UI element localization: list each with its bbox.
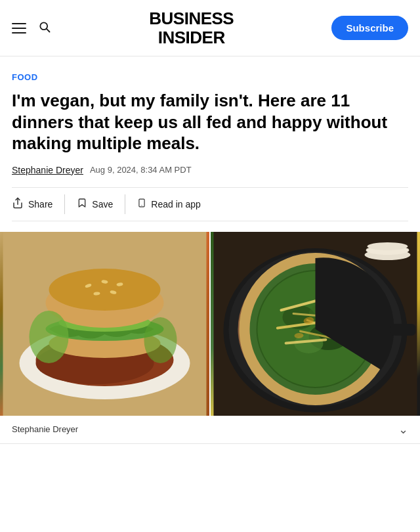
share-button[interactable]: Share xyxy=(12,194,64,214)
phone-icon xyxy=(137,197,146,211)
chevron-down-icon[interactable]: ⌄ xyxy=(398,422,408,437)
hamburger-menu-icon[interactable] xyxy=(12,23,26,33)
svg-rect-42 xyxy=(391,324,416,336)
article-headline: I'm vegan, but my family isn't. Here are… xyxy=(12,90,408,154)
save-label: Save xyxy=(92,199,113,210)
share-label: Share xyxy=(28,199,52,210)
action-bar: Share Save Read in app xyxy=(12,187,408,221)
caption-bar: Stephanie Dreyer ⌄ xyxy=(0,416,420,444)
svg-point-19 xyxy=(30,311,69,363)
svg-line-1 xyxy=(47,29,50,32)
subscribe-button[interactable]: Subscribe xyxy=(331,16,408,40)
svg-point-13 xyxy=(49,269,161,311)
svg-rect-3 xyxy=(139,199,144,207)
svg-point-45 xyxy=(368,242,408,250)
search-icon[interactable] xyxy=(38,20,51,36)
article-category[interactable]: FOOD xyxy=(12,72,408,82)
header-left xyxy=(12,20,51,36)
bookmark-icon xyxy=(77,197,87,211)
article-image-grid xyxy=(0,232,420,416)
share-icon xyxy=(12,197,24,211)
read-in-app-label: Read in app xyxy=(151,199,201,210)
author-row: Stephanie Dreyer Aug 9, 2024, 8:34 AM PD… xyxy=(12,165,408,175)
svg-point-20 xyxy=(144,317,177,363)
article-image-pizza xyxy=(211,232,420,416)
save-button[interactable]: Save xyxy=(64,194,125,214)
read-in-app-button[interactable]: Read in app xyxy=(125,194,213,214)
article-body: FOOD I'm vegan, but my family isn't. Her… xyxy=(0,56,420,221)
image-caption: Stephanie Dreyer xyxy=(12,424,78,434)
site-logo[interactable]: BUSINESS INSIDER xyxy=(149,9,234,47)
article-image-burger xyxy=(0,232,209,416)
site-header: BUSINESS INSIDER Subscribe xyxy=(0,0,420,56)
author-link[interactable]: Stephanie Dreyer xyxy=(12,165,83,175)
article-date: Aug 9, 2024, 8:34 AM PDT xyxy=(90,165,192,175)
